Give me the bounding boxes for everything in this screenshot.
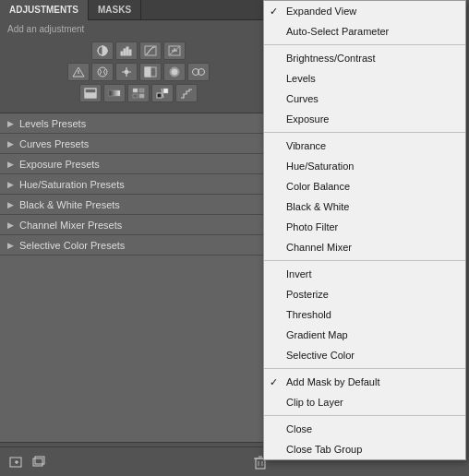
menu-item-brightness-contrast[interactable]: Brightness/Contrast xyxy=(264,48,465,68)
icon-row-3 xyxy=(9,84,268,102)
menu-item-posterize[interactable]: Posterize xyxy=(264,284,465,304)
preset-item-black-white[interactable]: ▶ Black & White Presets xyxy=(0,195,277,215)
preset-arrow: ▶ xyxy=(7,139,14,149)
menu-item-hue-saturation[interactable]: Hue/Saturation xyxy=(264,156,465,176)
preset-arrow: ▶ xyxy=(7,241,14,250)
svg-rect-29 xyxy=(109,90,120,96)
new-layer-icon[interactable] xyxy=(7,453,26,471)
channel-mixer-icon[interactable] xyxy=(187,63,210,81)
menu-item-close[interactable]: Close xyxy=(264,419,465,439)
curves-icon[interactable] xyxy=(139,42,162,60)
svg-rect-30 xyxy=(133,89,138,92)
icon-row-2 xyxy=(9,63,268,81)
preset-arrow: ▶ xyxy=(7,180,14,189)
tab-masks[interactable]: MASKS xyxy=(89,0,141,20)
menu-item-auto-select[interactable]: Auto-Select Parameter xyxy=(264,21,465,42)
levels-icon[interactable] xyxy=(115,42,138,60)
hue-saturation-icon[interactable] xyxy=(91,63,114,81)
svg-rect-33 xyxy=(139,94,144,98)
svg-rect-27 xyxy=(85,93,96,98)
svg-point-19 xyxy=(125,70,128,74)
menu-item-add-mask[interactable]: Add Mask by Default xyxy=(264,372,465,392)
posterize-icon[interactable] xyxy=(175,84,198,102)
menu-item-exposure[interactable]: Exposure xyxy=(264,109,465,129)
menu-separator-1 xyxy=(264,44,465,45)
svg-rect-8 xyxy=(126,47,128,55)
svg-rect-7 xyxy=(124,49,126,55)
preset-item-selective-color[interactable]: ▶ Selective Color Presets xyxy=(0,235,277,256)
menu-separator-4 xyxy=(264,368,465,369)
photo-filter-icon[interactable] xyxy=(163,63,186,81)
svg-point-16 xyxy=(98,67,107,77)
menu-item-expanded-view[interactable]: Expanded View xyxy=(264,1,465,21)
selective-color-icon[interactable] xyxy=(127,84,150,102)
menu-item-levels[interactable]: Levels xyxy=(264,68,465,89)
svg-rect-32 xyxy=(133,94,138,98)
gradient-map-icon[interactable] xyxy=(103,84,126,102)
preset-list: ▶ Levels Presets ▶ Curves Presets ▶ Expo… xyxy=(0,113,277,443)
svg-rect-35 xyxy=(163,89,168,93)
preset-item-curves[interactable]: ▶ Curves Presets xyxy=(0,134,277,154)
menu-item-gradient-map[interactable]: Gradient Map xyxy=(264,325,465,345)
svg-rect-34 xyxy=(157,93,162,98)
svg-rect-9 xyxy=(129,50,131,55)
icon-row-1 xyxy=(9,42,268,60)
menu-item-clip-to-layer[interactable]: Clip to Layer xyxy=(264,392,465,412)
menu-separator-2 xyxy=(264,132,465,133)
preset-item-levels[interactable]: ▶ Levels Presets xyxy=(0,113,277,134)
preset-item-exposure[interactable]: ▶ Exposure Presets xyxy=(0,154,277,174)
brightness-contrast-icon[interactable] xyxy=(91,42,114,60)
preset-arrow: ▶ xyxy=(7,200,14,209)
preset-arrow: ▶ xyxy=(7,220,14,230)
menu-item-curves[interactable]: Curves xyxy=(264,89,465,109)
menu-item-channel-mixer[interactable]: Channel Mixer xyxy=(264,237,465,257)
menu-item-selective-color[interactable]: Selective Color xyxy=(264,345,465,365)
tab-adjustments[interactable]: ADJUSTMENTS xyxy=(0,0,89,20)
add-adjustment-label: Add an adjustment xyxy=(0,20,277,38)
menu-item-black-white[interactable]: Black & White xyxy=(264,196,465,217)
tab-bar: ADJUSTMENTS MASKS xyxy=(0,0,277,20)
preset-arrow: ▶ xyxy=(7,119,14,128)
menu-separator-5 xyxy=(264,415,465,416)
menu-item-invert[interactable]: Invert xyxy=(264,264,465,284)
black-white-icon[interactable] xyxy=(139,63,162,81)
clip-layer-icon[interactable] xyxy=(30,453,48,471)
menu-item-close-tab-group[interactable]: Close Tab Group xyxy=(264,439,465,459)
menu-item-color-balance[interactable]: Color Balance xyxy=(264,176,465,196)
bottom-toolbar xyxy=(0,446,277,476)
svg-rect-21 xyxy=(145,67,150,77)
preset-arrow: ▶ xyxy=(7,160,14,169)
svg-rect-6 xyxy=(121,52,123,55)
panel-dropdown-menu: Expanded View Auto-Select Parameter Brig… xyxy=(263,0,466,460)
menu-separator-3 xyxy=(264,260,465,261)
bottom-left-icons xyxy=(7,453,48,471)
preset-item-channel-mixer[interactable]: ▶ Channel Mixer Presets xyxy=(0,215,277,235)
menu-item-threshold[interactable]: Threshold xyxy=(264,304,465,325)
icon-toolbar xyxy=(0,38,277,109)
vibrance-icon[interactable] xyxy=(67,63,90,81)
invert-icon[interactable] xyxy=(79,84,102,102)
color-balance-icon[interactable] xyxy=(115,63,138,81)
svg-rect-28 xyxy=(85,89,96,93)
threshold-icon[interactable] xyxy=(151,84,174,102)
exposure-icon[interactable] xyxy=(163,42,186,60)
menu-item-photo-filter[interactable]: Photo Filter xyxy=(264,217,465,237)
adjustments-panel: ADJUSTMENTS MASKS Add an adjustment xyxy=(0,0,277,476)
preset-item-hue-saturation[interactable]: ▶ Hue/Saturation Presets xyxy=(0,174,277,195)
menu-item-vibrance[interactable]: Vibrance xyxy=(264,136,465,156)
svg-rect-31 xyxy=(139,89,144,92)
svg-point-23 xyxy=(172,69,177,75)
